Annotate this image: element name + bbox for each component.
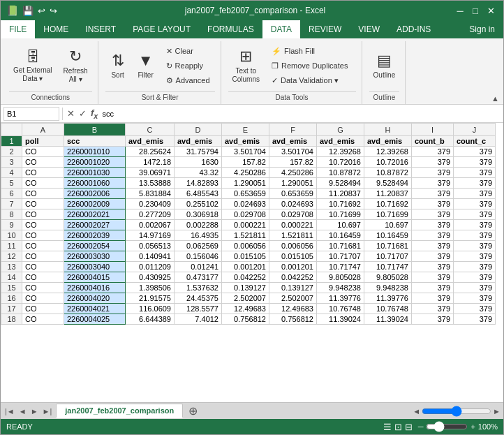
menu-view[interactable]: VIEW [350, 20, 388, 38]
col-header-C[interactable]: C [126, 124, 175, 136]
row-header[interactable]: 6 [1, 189, 22, 199]
data-cell[interactable]: 379 [454, 262, 496, 272]
data-cell[interactable]: 379 [454, 157, 496, 168]
tab-scroll-next[interactable]: ► [29, 406, 40, 417]
data-cell[interactable]: 0.001201 [269, 262, 317, 272]
data-cell[interactable]: 10.71692 [364, 199, 412, 209]
data-cell[interactable]: 10.71707 [317, 251, 364, 262]
data-cell[interactable]: 2260001060 [64, 178, 126, 189]
data-cell[interactable]: CO [22, 147, 64, 157]
data-cell[interactable]: 10.71699 [317, 209, 364, 220]
zoom-out-icon[interactable]: ─ [418, 422, 424, 431]
flash-fill-button[interactable]: ⚡ Flash Fill [267, 45, 353, 58]
menu-review[interactable]: REVIEW [300, 20, 350, 38]
data-cell[interactable]: 4.250286 [222, 168, 269, 178]
data-cell[interactable]: 379 [412, 293, 454, 304]
data-cell[interactable]: 379 [412, 220, 454, 230]
data-cell[interactable]: 10.697 [364, 220, 412, 230]
outline-button[interactable]: ▤ Outline [369, 49, 400, 82]
tab-scroll-last[interactable]: ►| [41, 406, 54, 417]
row-header[interactable]: 4 [1, 168, 22, 178]
data-cell[interactable]: 0.156046 [175, 251, 222, 262]
minimize-button[interactable]: ─ [453, 3, 467, 17]
data-cell[interactable]: 379 [454, 189, 496, 199]
menu-page-layout[interactable]: PAGE LAYOUT [124, 20, 199, 38]
zoom-in-icon[interactable]: + [470, 422, 475, 431]
data-cell[interactable]: 2260002021 [64, 209, 126, 220]
row-header[interactable]: 14 [1, 272, 22, 283]
data-cell[interactable]: 12.39268 [364, 147, 412, 157]
data-cell[interactable]: CO [22, 251, 64, 262]
data-cell[interactable]: 1630 [175, 157, 222, 168]
data-cell[interactable]: CO [22, 293, 64, 304]
data-cell[interactable]: 2260002006 [64, 189, 126, 199]
data-cell[interactable]: 379 [454, 168, 496, 178]
data-cell[interactable]: 6.485543 [175, 189, 222, 199]
data-cell[interactable]: 0.756812 [269, 314, 317, 325]
data-cell[interactable]: 0.756812 [222, 314, 269, 325]
row-header[interactable]: 12 [1, 251, 22, 262]
col-header-D[interactable]: D [175, 124, 222, 136]
data-cell[interactable]: 2260002027 [64, 220, 126, 230]
data-cell[interactable]: 3.501704 [269, 147, 317, 157]
data-cell[interactable]: 379 [454, 178, 496, 189]
row-header[interactable]: 15 [1, 283, 22, 293]
remove-duplicates-button[interactable]: ❒ Remove Duplicates [267, 59, 353, 73]
data-cell[interactable]: 379 [412, 189, 454, 199]
data-cell[interactable]: 10.76748 [317, 304, 364, 314]
row-header[interactable]: 5 [1, 178, 22, 189]
data-cell[interactable]: 0.000221 [269, 220, 317, 230]
data-cell[interactable]: CO [22, 209, 64, 220]
row-header[interactable]: 10 [1, 230, 22, 241]
data-cell[interactable]: 0.277209 [126, 209, 175, 220]
close-button[interactable]: ✕ [484, 3, 498, 17]
data-cell[interactable]: 0.306918 [175, 209, 222, 220]
data-cell[interactable]: 128.5577 [175, 304, 222, 314]
data-cell[interactable]: 10.71747 [364, 262, 412, 272]
data-cell[interactable]: CO [22, 314, 64, 325]
data-cell[interactable]: CO [22, 241, 64, 251]
data-cell[interactable]: 0.139127 [269, 283, 317, 293]
data-cell[interactable]: 24.45375 [175, 293, 222, 304]
row-header[interactable]: 1 [1, 136, 22, 147]
col-header-E[interactable]: E [222, 124, 269, 136]
data-cell[interactable]: 1.398506 [126, 283, 175, 293]
tab-scroll-first[interactable]: |◄ [3, 406, 16, 417]
data-cell[interactable]: 0.430925 [126, 272, 175, 283]
data-cell[interactable]: 10.71681 [364, 241, 412, 251]
data-cell[interactable]: 1.537632 [175, 283, 222, 293]
data-cell[interactable]: 2260004025 [64, 314, 126, 325]
data-cell[interactable]: 2260004016 [64, 283, 126, 293]
data-cell[interactable]: 0.015105 [222, 251, 269, 262]
refresh-all-button[interactable]: ↻ RefreshAll ▾ [59, 45, 92, 87]
data-cell[interactable]: 13.53888 [126, 178, 175, 189]
data-cell[interactable]: 0.473177 [175, 272, 222, 283]
reapply-button[interactable]: ↻ Reapply [161, 59, 215, 73]
data-cell[interactable]: CO [22, 199, 64, 209]
data-cell[interactable]: 379 [454, 209, 496, 220]
data-cell[interactable]: 16.4935 [175, 230, 222, 241]
data-cell[interactable]: 2260002009 [64, 199, 126, 209]
data-cell[interactable]: 379 [412, 314, 454, 325]
data-cell[interactable]: CO [22, 168, 64, 178]
data-cell[interactable]: 12.49683 [222, 304, 269, 314]
data-cell[interactable]: 9.528494 [364, 178, 412, 189]
column-label-cell[interactable]: avd_emis [364, 136, 412, 147]
data-cell[interactable]: 0.001201 [222, 262, 269, 272]
data-cell[interactable]: 1.290051 [269, 178, 317, 189]
row-header[interactable]: 7 [1, 199, 22, 209]
data-cell[interactable]: 0.653659 [222, 189, 269, 199]
data-cell[interactable]: 379 [412, 283, 454, 293]
column-label-cell[interactable]: avd_emis [317, 136, 364, 147]
data-cell[interactable]: 10.71692 [317, 199, 364, 209]
data-cell[interactable]: 379 [412, 178, 454, 189]
data-cell[interactable]: 21.91575 [126, 293, 175, 304]
data-cell[interactable]: 0.653659 [269, 189, 317, 199]
horizontal-scrollbar[interactable] [422, 406, 491, 417]
data-cell[interactable]: 0.006056 [222, 241, 269, 251]
col-header-H[interactable]: H [364, 124, 412, 136]
text-to-columns-button[interactable]: ⊞ Text toColumns [228, 45, 264, 87]
data-cell[interactable]: 2260001010 [64, 147, 126, 157]
data-cell[interactable]: CO [22, 283, 64, 293]
data-cell[interactable]: 0.139127 [222, 283, 269, 293]
